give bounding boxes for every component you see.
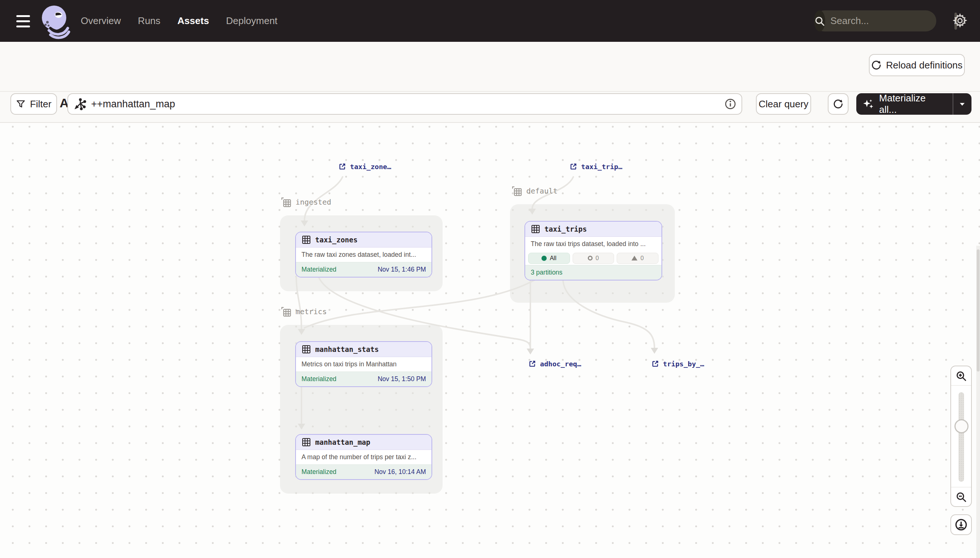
asset-lineage-canvas[interactable]: ingested default metrics taxi_zone… taxi… (0, 123, 980, 558)
nav-overview[interactable]: Overview (81, 15, 121, 27)
table-icon (531, 224, 540, 234)
download-icon (954, 518, 968, 531)
partitions-missing-badge[interactable]: 0 (573, 253, 614, 264)
asset-selection-input-wrap (68, 93, 742, 115)
materialization-timestamp[interactable]: Nov 15, 1:50 PM (378, 375, 426, 383)
nav-runs[interactable]: Runs (138, 15, 160, 27)
primary-nav: Overview Runs Assets Deployment (81, 0, 277, 42)
hamburger-menu-icon[interactable] (16, 13, 33, 29)
refresh-icon (833, 99, 843, 109)
chevron-down-icon (958, 100, 966, 108)
partitions-all-badge[interactable]: All (528, 253, 570, 264)
download-graph-button[interactable] (950, 514, 972, 535)
refresh-graph-button[interactable] (828, 93, 848, 115)
materialize-dropdown-caret[interactable] (953, 100, 972, 108)
materialization-timestamp[interactable]: Nov 16, 10:14 AM (374, 468, 426, 476)
zoom-in-button[interactable] (951, 366, 971, 386)
status-badge: Materialized (301, 468, 336, 476)
vertical-scrollbar[interactable] (976, 246, 980, 558)
external-asset-taxi-trips-file[interactable]: taxi_trip… (569, 162, 622, 171)
table-icon (301, 345, 311, 354)
asset-selection-input[interactable] (91, 98, 725, 110)
status-badge: Materialized (301, 375, 336, 383)
zoom-out-icon (955, 491, 967, 503)
asset-node-taxi-zones[interactable]: taxi_zones The raw taxi zones dataset, l… (295, 231, 432, 277)
asset-name: manhattan_map (315, 438, 371, 446)
table-icon (301, 437, 311, 447)
table-icon (301, 235, 311, 245)
materialize-all-label: Materialize all... (879, 92, 945, 115)
asset-description: The raw taxi trips dataset, loaded into … (525, 237, 662, 251)
group-table-icon (280, 306, 292, 317)
materialization-timestamp[interactable]: Nov 15, 1:46 PM (378, 266, 426, 274)
status-badge: Materialized (301, 266, 336, 274)
clear-query-button[interactable]: Clear query (756, 93, 811, 115)
global-search[interactable]: / (814, 10, 936, 31)
reload-definitions-button[interactable]: Reload definitions (869, 54, 965, 76)
external-asset-taxi-zones-file[interactable]: taxi_zone… (338, 162, 391, 171)
reload-icon (871, 60, 881, 70)
lineage-edges (0, 123, 980, 558)
asset-description: Metrics on taxi trips in Manhattan (296, 357, 432, 371)
asset-node-taxi-trips[interactable]: taxi_trips The raw taxi trips dataset, l… (524, 221, 662, 281)
green-dot-icon (542, 256, 547, 261)
group-label-default[interactable]: default (511, 185, 557, 197)
dagster-logo (39, 3, 71, 39)
asset-node-manhattan-stats[interactable]: manhattan_stats Metrics on taxi trips in… (295, 341, 432, 387)
external-asset-trips-by-week[interactable]: trips_by_… (651, 359, 704, 368)
zoom-out-button[interactable] (951, 487, 971, 506)
scrollbar-thumb[interactable] (977, 249, 980, 371)
query-info-icon[interactable] (725, 98, 736, 110)
filter-button[interactable]: Filter (10, 93, 57, 115)
partitions-summary: 3 partitions (531, 269, 563, 276)
external-link-icon (569, 162, 577, 171)
zoom-in-icon (955, 370, 967, 382)
external-link-icon (338, 162, 346, 171)
group-table-icon (511, 185, 522, 197)
circle-outline-icon (588, 256, 593, 261)
page-header: Global Asset Lineage Reload definitions … (0, 42, 980, 123)
group-label-ingested[interactable]: ingested (280, 196, 331, 208)
group-label-metrics[interactable]: metrics (280, 306, 327, 317)
settings-gear-icon[interactable] (951, 12, 969, 30)
partitions-failed-badge[interactable]: 0 (617, 253, 659, 264)
filter-funnel-icon (16, 99, 26, 109)
asset-description: The raw taxi zones dataset, loaded int..… (296, 248, 432, 262)
nav-assets[interactable]: Assets (178, 15, 209, 27)
search-input[interactable] (830, 15, 954, 27)
nav-deployment[interactable]: Deployment (226, 15, 277, 27)
top-navbar: Overview Runs Assets Deployment / (0, 0, 980, 42)
asset-node-manhattan-map[interactable]: manhattan_map A map of the number of tri… (295, 434, 432, 480)
external-link-icon (528, 359, 536, 368)
materialize-all-button[interactable]: Materialize all... (856, 93, 972, 115)
sparkle-icon (862, 98, 875, 110)
external-asset-adhoc-request[interactable]: adhoc_req… (528, 359, 581, 368)
asset-description: A map of the number of trips per taxi z.… (296, 450, 432, 464)
asset-name: taxi_trips (544, 225, 587, 233)
zoom-slider-thumb[interactable] (954, 419, 968, 433)
asset-name: taxi_zones (315, 236, 357, 244)
zoom-slider-track[interactable] (959, 392, 964, 482)
asset-graph-icon (74, 98, 87, 110)
group-table-icon (280, 196, 292, 208)
zoom-panel (950, 366, 972, 507)
asset-name: manhattan_stats (315, 345, 379, 353)
search-icon (814, 10, 825, 31)
triangle-icon (631, 256, 637, 261)
partition-badges: All 0 0 (525, 251, 662, 265)
external-link-icon (651, 359, 659, 368)
header-divider (0, 91, 980, 92)
